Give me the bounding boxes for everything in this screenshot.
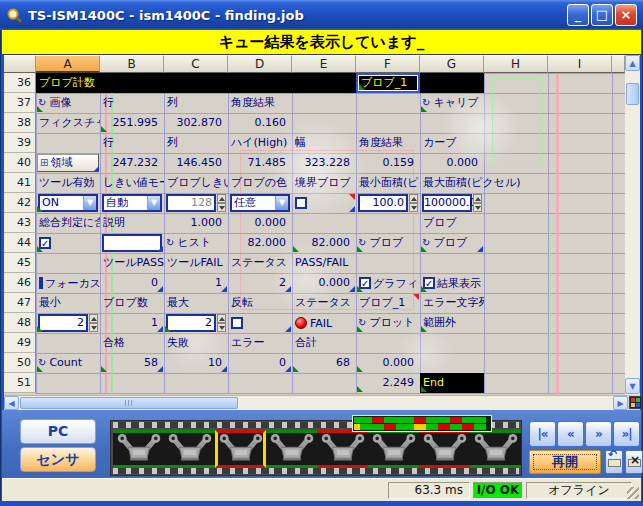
row-header-49[interactable]: 49 [4,333,36,353]
column-header-G[interactable]: G [420,55,484,73]
cell-E39[interactable]: 幅 [292,133,356,153]
cell-C44[interactable]: ↻ヒスト [164,233,228,253]
cell-B41[interactable]: しきい値モード [100,173,164,193]
row-header-43[interactable]: 43 [4,213,36,233]
row-header-38[interactable]: 38 [4,113,36,133]
spin-up-icon[interactable] [217,194,226,203]
region-button[interactable]: ⊞領域 [37,154,99,172]
film-frame-5-fail[interactable] [317,430,368,468]
spinner-C48[interactable]: 2 [166,314,226,332]
row-header-36[interactable]: 36 [4,73,36,93]
cell-G48[interactable]: 範囲外 [420,313,484,333]
cell-B49[interactable]: 合格 [100,333,164,353]
cell-F50[interactable]: 0.000 [356,353,420,373]
cell-D39[interactable]: ハイ(High) [228,133,292,153]
cell-B50[interactable]: 58 [100,353,164,373]
row-header-40[interactable]: 40 [4,153,36,173]
cell-F46[interactable]: ✓グラフィック [356,273,420,293]
film-frame-8-pass[interactable] [470,430,521,468]
cell-D47[interactable]: 反転 [228,293,292,313]
checkbox-G46[interactable]: ✓結果表示 [420,273,484,293]
row-header-51[interactable]: 51 [4,373,36,393]
column-header-H[interactable]: H [484,55,548,73]
cell-A38[interactable]: フィクスチャ [36,113,100,133]
row-header-47[interactable]: 47 [4,293,36,313]
cell-E49[interactable]: 合計 [292,333,356,353]
spinner-F42[interactable]: 100.0 [358,194,418,212]
cell-E40[interactable]: 323.228 [292,153,356,173]
cell-E41[interactable]: 境界ブロブ [292,173,356,193]
cell-C39[interactable]: 列 [164,133,228,153]
cell-G46[interactable]: ✓結果表示 [420,273,484,293]
spin-down-icon[interactable] [217,323,226,332]
cell-B42[interactable]: 自動▼ [100,193,164,213]
cell-F51[interactable]: 2.249 [356,373,420,393]
cell-C42[interactable]: 128 [164,193,228,213]
cell-B43[interactable]: 説明 [100,213,164,233]
cell-D43[interactable]: 0.000 [228,213,292,233]
first-image-button[interactable]: |« [529,421,556,447]
cell-G41[interactable]: 最大面積(ピクセル) [420,173,544,193]
cell-E44[interactable]: 82.000 [292,233,356,253]
view-toggle-grid-icon[interactable] [629,396,642,409]
cell-C43[interactable]: 1.000 [164,213,228,233]
spin-down-icon[interactable] [89,323,98,332]
dropdown-B42[interactable]: 自動▼ [102,194,162,212]
cell-A41[interactable]: ツール有効 [36,173,100,193]
cell-A47[interactable]: 最小 [36,293,100,313]
cell-D50[interactable]: 0 [228,353,292,373]
cell-D46[interactable]: 2 [228,273,292,293]
cell-A44[interactable]: ✓ [36,233,100,253]
cell-D40[interactable]: 71.485 [228,153,292,173]
column-header-C[interactable]: C [164,55,228,73]
cell-B44[interactable] [100,233,164,253]
row-header-39[interactable]: 39 [4,133,36,153]
film-frame-2-pass[interactable] [164,430,215,468]
cell-D38[interactable]: 0.160 [228,113,292,133]
cell-F47[interactable]: ブロブ_1 [356,293,420,313]
film-frame-7-fail[interactable] [419,430,470,468]
spinner-arrows[interactable] [409,194,418,212]
spinner-arrows[interactable] [217,194,226,212]
spin-up-icon[interactable] [89,314,98,323]
column-header-F[interactable]: F [356,55,420,73]
row-header-42[interactable]: 42 [4,193,36,213]
cell-A46[interactable]: フォーカス [36,273,100,293]
checkbox-E42[interactable] [292,193,356,213]
row-header-48[interactable]: 48 [4,313,36,333]
cell-G37[interactable]: ↻キャリブ [420,93,484,113]
column-header-D[interactable]: D [228,55,292,73]
resume-button[interactable]: 再開 [529,450,601,474]
cell-B46[interactable]: 0 [100,273,164,293]
spinner-value[interactable]: 2 [38,314,88,332]
checkbox-F46[interactable]: ✓グラフィック [356,273,420,293]
cell-A50[interactable]: ↻Count [36,353,100,373]
cell-D48[interactable] [228,313,292,333]
cell-F44[interactable]: ↻ブロブ [356,233,420,253]
row-header-44[interactable]: 44 [4,233,36,253]
cell-D41[interactable]: ブロブの色 [228,173,292,193]
cell-E45[interactable]: PASS/FAIL [292,253,356,273]
sensor-button[interactable]: センサ [20,447,96,472]
cell-F48[interactable]: ↻プロット [356,313,420,333]
cell-A48[interactable]: 2 [36,313,100,333]
film-frame-6-pass[interactable] [368,430,419,468]
spin-down-icon[interactable] [409,203,418,212]
cell-G39[interactable]: カーブ [420,133,484,153]
row-header-41[interactable]: 41 [4,173,36,193]
column-header-B[interactable]: B [100,55,164,73]
spinner-value[interactable]: 128 [166,194,216,212]
row-header-46[interactable]: 46 [4,273,36,293]
cell-C41[interactable]: ブロブしきい値 [164,173,228,193]
column-header-E[interactable]: E [292,55,356,73]
cell-F42[interactable]: 100.0 [356,193,420,213]
cell-D37[interactable]: 角度結果 [228,93,292,113]
cell-F36[interactable]: ブロブ_1 [356,73,420,93]
spin-up-icon[interactable] [217,314,226,323]
row-header-37[interactable]: 37 [4,93,36,113]
recall-image-button[interactable]: ↶ [605,450,623,474]
spin-down-icon[interactable] [217,203,226,212]
cell-G47[interactable]: エラー文字列 [420,293,484,313]
cell-B37[interactable]: 行 [100,93,164,113]
cell-C49[interactable]: 失敗 [164,333,228,353]
